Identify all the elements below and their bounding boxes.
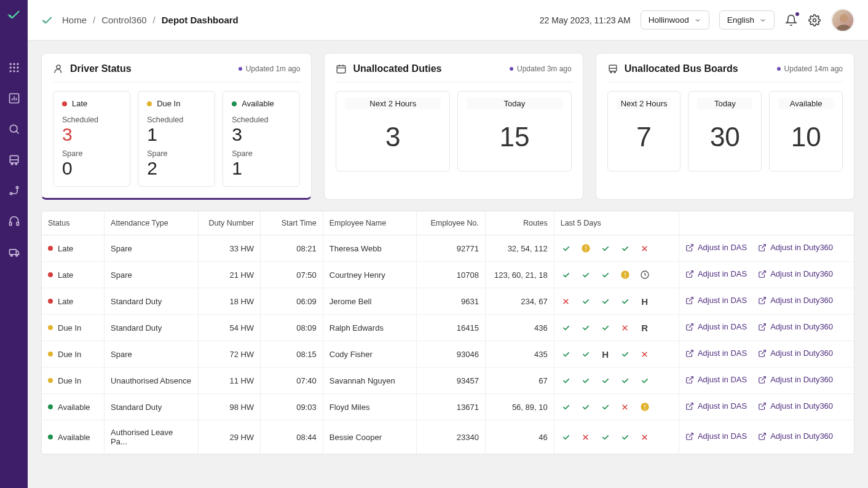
adjust-das-link[interactable]: Adjust in DAS <box>685 401 747 411</box>
svg-point-4 <box>13 66 15 68</box>
calendar-icon <box>336 63 347 74</box>
svg-point-20 <box>16 186 18 188</box>
svg-rect-21 <box>9 222 11 226</box>
depot-selector[interactable]: Hollinwood <box>641 10 709 30</box>
svg-point-25 <box>15 255 17 257</box>
breadcrumb-section[interactable]: Control360 <box>101 15 146 25</box>
datetime: 22 May 2023, 11:23 AM <box>540 15 631 25</box>
table-row: Available Standard Duty 98 HW 09:03 Floy… <box>42 394 854 420</box>
svg-point-37 <box>614 71 615 73</box>
bus-box: Today30 <box>688 91 762 171</box>
nav-check-icon[interactable] <box>7 7 22 22</box>
adjust-das-link[interactable]: Adjust in DAS <box>685 348 747 358</box>
th-name[interactable]: Employee Name <box>323 211 416 235</box>
card-unallocated-bus[interactable]: Unallocated Bus Boards Updated 14m ago N… <box>596 53 854 200</box>
notification-badge <box>795 12 799 16</box>
svg-rect-22 <box>17 222 18 226</box>
table-row: Late Spare 33 HW 08:21 Theresa Webb 9277… <box>42 235 854 262</box>
table-row: Due In Spare 72 HW 08:15 Cody Fisher 930… <box>42 341 854 368</box>
nav-headset-icon[interactable] <box>7 214 22 229</box>
th-routes[interactable]: Routes <box>485 211 554 235</box>
card-updated: Updated 14m ago <box>777 65 843 73</box>
bus-box: Next 2 Hours7 <box>607 91 681 171</box>
adjust-duty360-link[interactable]: Adjust in Duty360 <box>758 401 833 411</box>
driver-status-box: Due In Scheduled 1 Spare 2 <box>138 91 215 187</box>
nav-search-icon[interactable] <box>7 122 22 136</box>
breadcrumb: Home / Control360 / Depot Dashboard <box>41 14 239 26</box>
svg-point-1 <box>13 63 15 65</box>
adjust-duty360-link[interactable]: Adjust in Duty360 <box>758 322 833 331</box>
svg-point-13 <box>10 125 17 132</box>
adjust-duty360-link[interactable]: Adjust in Duty360 <box>758 375 833 384</box>
settings-button[interactable] <box>808 14 821 27</box>
language-selector-label: English <box>727 15 754 25</box>
nav-grid-icon[interactable] <box>7 60 22 75</box>
bus-icon <box>607 63 618 74</box>
svg-line-14 <box>16 131 18 133</box>
driver-status-box: Available Scheduled 3 Spare 1 <box>223 91 300 187</box>
table-row: Late Standard Duty 18 HW 06:09 Jerome Be… <box>42 288 854 315</box>
adjust-duty360-link[interactable]: Adjust in Duty360 <box>758 431 833 441</box>
card-driver-status[interactable]: Driver Status Updated 1m ago Late Schedu… <box>41 53 312 200</box>
adjust-duty360-link[interactable]: Adjust in Duty360 <box>758 348 833 358</box>
bus-box: Available10 <box>769 91 843 171</box>
card-title-text: Unallocated Bus Boards <box>625 63 738 74</box>
th-attendance[interactable]: Attendance Type <box>105 211 198 235</box>
svg-point-8 <box>17 70 18 72</box>
app-check-icon <box>41 14 53 26</box>
duties-box: Next 2 Hours3 <box>336 91 450 171</box>
duties-box: Today15 <box>457 91 572 171</box>
adjust-das-link[interactable]: Adjust in DAS <box>685 269 747 278</box>
svg-point-40 <box>585 250 586 251</box>
th-empno[interactable]: Employee No. <box>417 211 486 235</box>
adjust-duty360-link[interactable]: Adjust in Duty360 <box>758 296 833 305</box>
th-status[interactable]: Status <box>42 211 105 235</box>
svg-point-7 <box>13 70 15 72</box>
adjust-das-link[interactable]: Adjust in DAS <box>685 431 747 441</box>
table-row: Due In Standard Duty 54 HW 08:09 Ralph E… <box>42 315 854 341</box>
svg-point-57 <box>644 408 645 409</box>
driver-status-box: Late Scheduled 3 Spare 0 <box>53 91 130 187</box>
breadcrumb-home[interactable]: Home <box>62 15 87 25</box>
svg-point-45 <box>625 276 626 277</box>
svg-point-28 <box>836 25 852 32</box>
table-row: Available Authorised Leave Pa... 29 HW 0… <box>42 420 854 454</box>
adjust-duty360-link[interactable]: Adjust in Duty360 <box>758 269 833 278</box>
svg-point-2 <box>17 63 18 65</box>
user-avatar[interactable] <box>831 9 854 32</box>
card-unallocated-duties[interactable]: Unallocated Duties Updated 3m ago Next 2… <box>324 53 583 200</box>
card-title-text: Driver Status <box>70 63 132 74</box>
nav-bus-icon[interactable] <box>7 152 22 167</box>
nav-chart-icon[interactable] <box>7 91 22 106</box>
table-row: Due In Unauthorised Absence 11 HW 07:40 … <box>42 368 854 394</box>
driver-table: Status Attendance Type Duty Number Start… <box>41 211 854 455</box>
svg-point-19 <box>10 192 12 194</box>
svg-rect-23 <box>9 250 16 254</box>
adjust-duty360-link[interactable]: Adjust in Duty360 <box>758 243 833 252</box>
nav-van-icon[interactable] <box>7 245 22 259</box>
th-duty[interactable]: Duty Number <box>198 211 261 235</box>
adjust-das-link[interactable]: Adjust in DAS <box>685 296 747 305</box>
svg-point-24 <box>10 255 12 257</box>
svg-point-29 <box>57 65 60 69</box>
svg-point-3 <box>9 66 11 68</box>
adjust-das-link[interactable]: Adjust in DAS <box>685 322 747 331</box>
nav-route-icon[interactable] <box>7 183 22 198</box>
svg-point-26 <box>813 18 816 22</box>
card-updated: Updated 1m ago <box>239 65 301 73</box>
topbar: Home / Control360 / Depot Dashboard 22 M… <box>28 0 868 41</box>
language-selector[interactable]: English <box>719 10 775 30</box>
chevron-down-icon <box>759 17 767 24</box>
card-updated: Updated 3m ago <box>510 65 572 73</box>
breadcrumb-sep: / <box>93 15 95 25</box>
sidebar <box>0 0 28 488</box>
breadcrumb-current: Depot Dashboard <box>162 15 239 25</box>
adjust-das-link[interactable]: Adjust in DAS <box>685 375 747 384</box>
th-start[interactable]: Start Time <box>261 211 323 235</box>
notifications-button[interactable] <box>784 14 798 27</box>
adjust-das-link[interactable]: Adjust in DAS <box>685 243 747 252</box>
svg-point-5 <box>17 66 18 68</box>
depot-selector-label: Hollinwood <box>649 15 689 25</box>
svg-point-18 <box>15 163 17 165</box>
th-last5[interactable]: Last 5 Days <box>554 211 679 235</box>
